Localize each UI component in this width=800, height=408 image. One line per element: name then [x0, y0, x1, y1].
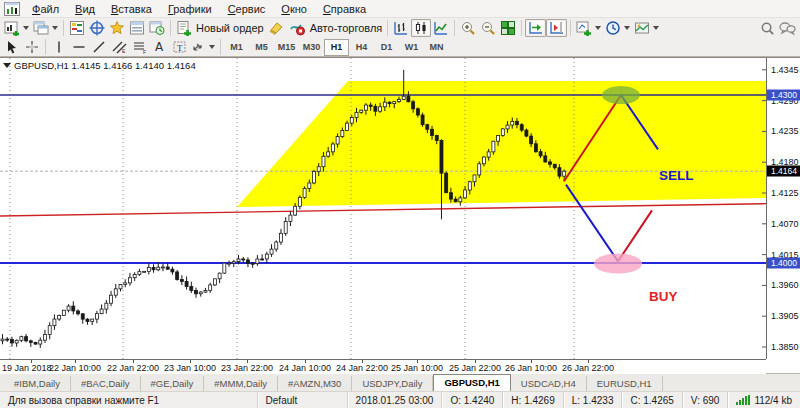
svg-text:E: E	[122, 48, 126, 54]
chart-tab-amznm30[interactable]: #AMZN,M30	[278, 376, 352, 391]
menu-сервис[interactable]: Сервис	[220, 1, 274, 17]
text-icon: A	[155, 40, 163, 54]
status-help-text: Для вызова справки нажмите F1	[0, 392, 258, 408]
status-high: H: 1.4269	[503, 392, 563, 408]
chat-button[interactable]	[777, 19, 798, 37]
timeframe-mn-button[interactable]: MN	[424, 39, 449, 56]
cursor-tool-button[interactable]	[2, 38, 22, 56]
timeframe-m30-button[interactable]: M30	[299, 39, 324, 56]
chart-tab-mmmdaily[interactable]: #MMM,Daily	[204, 376, 278, 391]
price-tag-1.4000: 1.4000	[767, 258, 800, 269]
time-tick-label: 23 Jan 10:00	[164, 363, 216, 373]
chart-shift-button[interactable]	[546, 19, 567, 37]
timeframe-m5-button[interactable]: M5	[249, 39, 274, 56]
separator	[387, 20, 388, 36]
separator	[521, 20, 522, 36]
chart-tab-ibmdaily[interactable]: #IBM,Daily	[4, 376, 71, 391]
chart-tab-eurusdh1[interactable]: EURUSD,H1	[587, 376, 663, 391]
tile-windows-button[interactable]	[498, 19, 518, 37]
status-profile[interactable]: Default	[258, 392, 348, 408]
line-chart-mode-button[interactable]	[431, 19, 451, 37]
horizontal-line-tool-button[interactable]	[69, 38, 89, 56]
menu-справка[interactable]: Справка	[315, 1, 374, 17]
timeframe-h4-button[interactable]: H4	[349, 39, 374, 56]
separator	[63, 20, 64, 36]
arrows-tool-button[interactable]	[189, 38, 217, 56]
terminal-button[interactable]	[127, 19, 147, 37]
vertical-line-tool-button[interactable]	[49, 38, 69, 56]
equidistant-channel-tool-button[interactable]: E	[109, 38, 129, 56]
profiles-button[interactable]	[31, 19, 60, 37]
indicators-button[interactable]	[574, 19, 603, 37]
chart-plot-area[interactable]: GBPUSD,H1 1.4145 1.4166 1.4140 1.4164 SE…	[0, 58, 766, 359]
metaeditor-button[interactable]	[266, 19, 287, 37]
trendline-tool-button[interactable]	[89, 38, 109, 56]
price-tick-label: 1.3960	[771, 280, 799, 290]
templates-button[interactable]	[632, 19, 661, 37]
price-tag-1.4300: 1.4300	[767, 90, 800, 101]
fibonacci-tool-button[interactable]: F	[129, 38, 149, 56]
chart-tab-bacdaily[interactable]: #BAC,Daily	[71, 376, 141, 391]
crosshair-tool-button[interactable]	[22, 38, 42, 56]
separator	[45, 39, 46, 55]
menu-окно[interactable]: Окно	[273, 1, 315, 17]
buy-zone[interactable]	[594, 254, 642, 274]
strategy-tester-button[interactable]	[147, 19, 167, 37]
data-window-button[interactable]	[87, 19, 107, 37]
autoscroll-button[interactable]	[525, 19, 546, 37]
yellow-channel-shape[interactable]	[237, 81, 766, 207]
chart-tab-gbpusdh1[interactable]: GBPUSD,H1	[433, 374, 510, 391]
time-tick-label: 26 Jan 10:00	[505, 363, 557, 373]
status-connection[interactable]: 112/4 kb	[728, 392, 800, 408]
chart-ohlc-info[interactable]: GBPUSD,H1 1.4145 1.4166 1.4140 1.4164	[3, 60, 196, 71]
timeframe-m1-button[interactable]: M1	[224, 39, 249, 56]
bar-chart-mode-button[interactable]	[391, 19, 411, 37]
menu-файл[interactable]: Файл	[24, 1, 67, 17]
text-label-tool-button[interactable]: T	[169, 38, 189, 56]
time-tick-label: 26 Jan 22:00	[562, 363, 614, 373]
sell-annotation[interactable]: SELL	[659, 168, 694, 183]
new-chart-button[interactable]	[2, 19, 31, 37]
timeframe-m15-button[interactable]: M15	[274, 39, 299, 56]
status-close: C: 1.4265	[622, 392, 682, 408]
zoom-in-button[interactable]	[458, 19, 478, 37]
autotrading-button[interactable]: Авто-торговля	[287, 19, 385, 37]
trendline[interactable]	[0, 204, 766, 216]
timeframe-h1-button[interactable]: H1	[324, 39, 349, 56]
symbol-dropdown-icon	[3, 63, 11, 68]
buy-scenario-up[interactable]	[618, 210, 652, 261]
zoom-out-button[interactable]	[478, 19, 498, 37]
status-volume: V: 690	[683, 392, 729, 408]
price-axis[interactable]: 1.43451.42901.42351.41801.41251.40701.40…	[766, 58, 800, 359]
status-open: O: 1.4240	[442, 392, 503, 408]
standard-toolbar: Новый ордер Авто-торговля	[0, 18, 800, 38]
time-tick-label: 24 Jan 10:00	[279, 363, 331, 373]
price-tick-label: 1.3905	[771, 311, 799, 321]
time-tick-label: 22 Jan 22:00	[107, 363, 159, 373]
market-watch-button[interactable]	[67, 19, 87, 37]
chart-tab-gedaily[interactable]: #GE,Daily	[141, 376, 205, 391]
chart-tab-usdcadh4[interactable]: USDCAD,H4	[511, 376, 587, 391]
price-tick-label: 1.4125	[771, 188, 799, 198]
chevron-down-icon	[653, 26, 659, 30]
connection-signal-icon	[736, 395, 750, 405]
buy-annotation[interactable]: BUY	[649, 289, 678, 304]
search-button[interactable]	[757, 19, 777, 37]
time-axis[interactable]: 19 Jan 201822 Jan 10:0022 Jan 22:0023 Ja…	[0, 359, 766, 374]
chart-tab-usdjpydaily[interactable]: USDJPY,Daily	[352, 376, 433, 391]
svg-text:T: T	[177, 43, 183, 53]
new-order-label: Новый ордер	[196, 22, 264, 34]
candlestick-mode-button[interactable]	[411, 19, 431, 37]
timeframes-group: M1M5M15M30H1H4D1W1MN	[224, 39, 449, 56]
text-tool-button[interactable]: A	[149, 38, 169, 56]
timeframe-d1-button[interactable]: D1	[374, 39, 399, 56]
menu-графики[interactable]: Графики	[160, 1, 220, 17]
sell-zone[interactable]	[602, 86, 640, 104]
menu-вид[interactable]: Вид	[67, 1, 103, 17]
navigator-button[interactable]	[107, 19, 127, 37]
new-order-button[interactable]: Новый ордер	[174, 19, 266, 37]
timeframe-w1-button[interactable]: W1	[399, 39, 424, 56]
periods-button[interactable]	[603, 19, 632, 37]
menu-вставка[interactable]: Вставка	[103, 1, 160, 17]
price-tick-label: 1.4235	[771, 126, 799, 136]
